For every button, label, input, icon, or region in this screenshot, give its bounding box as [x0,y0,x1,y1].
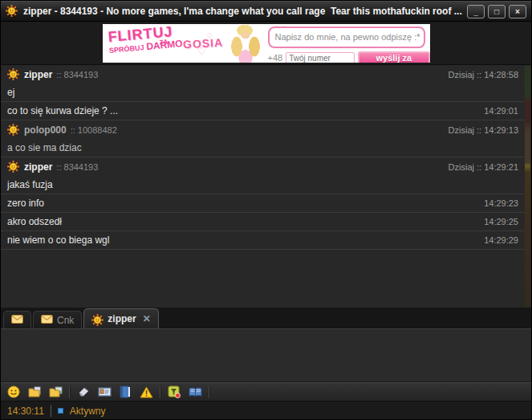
tab-label: Cnk [57,315,74,326]
sun-icon [7,68,19,80]
sender-uin: :: 8344193 [56,70,98,80]
message-text: ej [7,87,14,98]
chat-window: zipper - 8344193 - No more games, I'ma c… [0,0,532,420]
message-row: co to się kurwa dzieje ? ...14:29:01 [1,102,525,120]
phone-prefix: +48 [268,53,283,63]
message-row: jakaś fuzja [1,176,525,194]
eraser-button[interactable] [76,385,91,399]
message-text: akro odszedł [7,216,62,227]
warning-button[interactable] [139,385,153,399]
message-time: 14:29:29 [484,235,518,245]
statusbar: 14:30:11 Aktywny [1,402,531,420]
message-text: nie wiem o co biega wgl [7,234,109,246]
sun-icon [6,5,18,18]
folder-file-button[interactable] [27,385,42,399]
sun-icon [7,161,19,173]
minimize-button[interactable]: _ [467,5,485,18]
message-group-header: polop000:: 10088482Dzisiaj :: 14:29:13 [1,120,525,139]
envelope-icon [11,315,23,325]
open-book-button[interactable] [188,385,202,399]
toolbar [1,382,531,402]
titlebar: zipper - 8344193 - No more games, I'ma c… [1,1,531,22]
clock: 14:30:11 [7,406,44,417]
ad-logo: FLIRTUJ SPRÓBUJ DARMO ZA [107,24,182,55]
filter-icon [168,385,181,398]
folder-image-button[interactable] [48,385,63,399]
message-row: ej [1,84,525,102]
ad-section: FLIRTUJ SPRÓBUJ DARMO ZA ♡ ♡ ♡ GOSIA Nap… [1,22,531,65]
status-selector[interactable]: Aktywny [70,406,106,417]
chat-rows: zipper:: 8344193Dzisiaj :: 14:28:58ejco … [1,65,525,308]
message-time: Dzisiaj :: 14:29:21 [449,162,518,172]
filter-button[interactable] [167,385,181,399]
message-group-header: zipper:: 8344193Dzisiaj :: 14:28:58 [1,65,525,84]
folder-image-icon [49,386,63,398]
message-time: 14:29:25 [484,217,518,226]
message-time: 14:29:23 [484,198,518,208]
message-text: zero info [7,198,44,209]
ad-logo-word: SPRÓBUJ [108,44,144,55]
presence-dot-icon [58,408,63,414]
sun-icon [7,124,19,136]
smiley-button[interactable] [6,385,21,399]
statusbar-separator [51,405,51,417]
folder-file-icon [28,386,42,398]
message-time: Dzisiaj :: 14:28:58 [449,70,518,80]
maximize-button[interactable]: □ [488,5,506,18]
phone-number-input[interactable] [286,52,355,63]
window-edge-strip [525,66,530,307]
smiley-icon [7,385,20,398]
ad-model-photo [219,24,270,63]
message-text: a co sie ma dziac [7,142,82,153]
message-text: jakaś fuzja [7,179,53,190]
chat-history: zipper:: 8344193Dzisiaj :: 14:28:58ejco … [1,65,531,308]
message-group-header: zipper:: 8344193Dzisiaj :: 14:29:21 [1,157,525,176]
toolbar-separator [69,386,70,398]
message-row: akro odszedł14:29:25 [1,213,525,231]
message-row: nie wiem o co biega wgl14:29:29 [1,231,525,250]
tab-close-icon[interactable]: ✕ [143,313,151,324]
window-title: zipper - 8344193 - No more games, I'ma c… [23,6,464,17]
ad-speech-bubble: Napisz do mnie, na pewno odpiszę :* [268,27,425,48]
sender-uin: :: 10088482 [71,125,117,135]
sender-uin: :: 8344193 [56,162,98,172]
ad-send-button[interactable]: wyślij za darmo [358,51,429,63]
message-row: zero info14:29:23 [1,194,525,213]
tab-label: zipper [108,313,136,324]
warning-icon [140,386,153,398]
envelope-icon [41,315,53,325]
ad-logo-word: ZA [159,39,168,46]
message-row: a co sie ma dziac [1,139,525,157]
ad-model-name: GOSIA [182,35,223,51]
tabbar: Cnkzipper✕ [1,308,531,329]
notebook-icon [120,385,131,398]
close-button[interactable]: × [509,5,526,18]
sender-name: zipper [24,161,52,173]
toolbar-separator [209,386,209,398]
notebook-button[interactable] [118,385,132,399]
tab-zipper[interactable]: zipper✕ [83,308,158,328]
toolbar-separator [160,386,160,398]
tab-envelope[interactable] [3,311,31,328]
open-book-icon [189,387,202,398]
ad-banner[interactable]: FLIRTUJ SPRÓBUJ DARMO ZA ♡ ♡ ♡ GOSIA Nap… [103,24,430,63]
contact-card-icon [98,386,112,398]
message-text: co to się kurwa dzieje ? ... [7,105,118,116]
sender-name: polop000 [24,124,67,136]
message-time: Dzisiaj :: 14:29:13 [449,125,518,135]
message-time: 14:29:01 [484,106,518,116]
window-controls: _□× [464,5,526,18]
message-input[interactable] [1,329,531,382]
eraser-icon [77,386,90,398]
tab-Cnk[interactable]: Cnk [33,311,82,328]
sun-icon [91,314,104,324]
contact-card-button[interactable] [97,385,112,399]
sender-name: zipper [24,69,52,80]
